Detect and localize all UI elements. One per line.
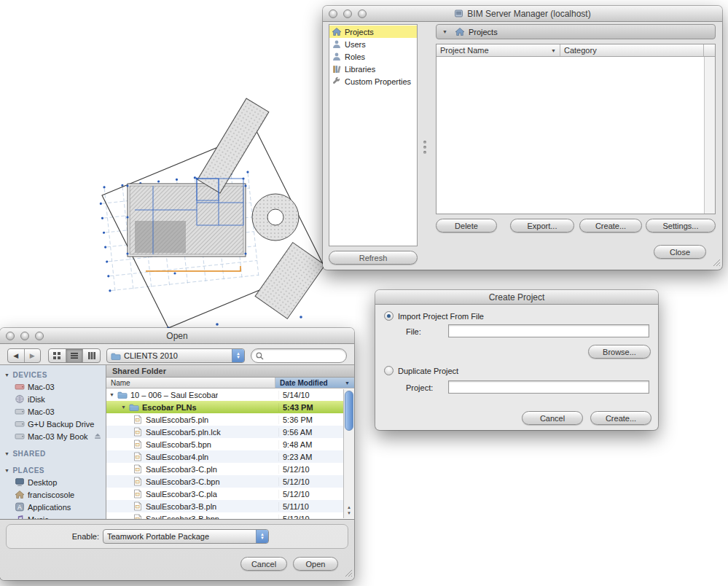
bim-sidebar-item-libraries[interactable]: Libraries [329,63,417,75]
back-button[interactable]: ◀ [8,349,25,362]
traffic-lights [329,9,367,18]
bim-sidebar-item-projects[interactable]: Projects [329,26,417,38]
drive-icon [15,407,25,416]
cancel-button[interactable]: Cancel [522,411,583,425]
export-button[interactable]: Export... [510,219,574,233]
bim-sidebar-item-roles[interactable]: Roles [329,50,417,63]
browse-button[interactable]: Browse... [588,345,651,359]
doc-icon [133,464,143,474]
create-project-titlebar[interactable]: Create Project [375,290,658,305]
sidebar-item-desktop[interactable]: Desktop [0,476,106,488]
file-row-saulescobar3-c-pla[interactable]: SaulEscobar3-C.pla5/12/10 [106,488,354,500]
delete-button[interactable]: Delete [436,219,497,233]
doc-icon [133,477,143,486]
file-row-saulescobar3-b-pln[interactable]: SaulEscobar3-B.pln5/11/10 [106,500,354,512]
project-input[interactable] [448,380,649,394]
disclosure-triangle[interactable]: ▼ [121,405,129,410]
sidebar-item-music[interactable]: Music [0,513,106,519]
forward-button[interactable]: ▶ [25,349,41,362]
bim-app-icon [454,9,463,18]
breadcrumb-bar[interactable]: ▼ Projects [436,24,716,39]
duplicate-project-radio[interactable] [384,366,394,375]
eject-icon [94,431,101,441]
open-button[interactable]: Open [293,557,338,571]
disclosure-triangle[interactable]: ▼ [4,468,9,473]
import-project-label: Import Project From File [398,312,484,321]
sort-menu-icon[interactable]: ▼ [551,48,556,53]
drive-icon [15,419,25,429]
sidebar-item-g-u-backup-drive[interactable]: G+U Backup Drive [0,418,106,430]
globe-icon [15,394,25,404]
column-header-project-name[interactable]: Project Name ▼ [437,44,560,56]
bim-titlebar[interactable]: BIM Server Manager (localhost) [323,6,722,22]
close-window-button[interactable]: Close [654,245,706,259]
minimize-button[interactable] [20,332,29,340]
enable-label: Enable: [51,532,99,541]
create-confirm-button[interactable]: Create... [590,411,651,425]
search-input[interactable] [267,351,342,361]
view-segmented-control [48,348,101,363]
splitter-handle[interactable] [422,135,428,160]
column-header-category[interactable]: Category [560,44,704,56]
sidebar-section-devices[interactable]: ▼DEVICES [0,370,106,380]
folder-icon [129,402,139,412]
sidebar-section-shared[interactable]: ▼SHARED [0,448,106,459]
sidebar-item-mac-03[interactable]: Mac-03 [0,380,106,393]
user-icon [332,39,342,49]
file-row-folder-10-006-saul-escobar[interactable]: ▼10 – 006 – Saul Escobar5/14/10 [106,388,354,401]
disclosure-triangle[interactable]: ▼ [442,29,447,34]
file-row-saulescobar5-bpn[interactable]: SaulEscobar5.bpn9:48 AM [106,438,354,450]
disclosure-triangle[interactable]: ▼ [109,392,117,397]
dialog-title: Create Project [489,292,545,302]
file-row-saulescobar4-pln[interactable]: SaulEscobar4.pln9:23 AM [106,450,354,463]
bim-sidebar: ProjectsUsersRolesLibrariesCustom Proper… [329,24,418,246]
sidebar-item-idisk[interactable]: iDisk [0,393,106,405]
file-input[interactable] [448,324,649,337]
disclosure-triangle[interactable]: ▼ [4,372,9,378]
folder-icon [117,390,128,399]
icon-view-button[interactable] [49,349,66,362]
sidebar-item-applications[interactable]: AApplications [0,501,106,513]
settings-button[interactable]: Settings... [646,219,716,233]
minimize-button[interactable] [343,9,352,18]
music-icon [15,515,25,519]
scrollbar-thumb[interactable] [345,391,353,431]
file-row-folder-escobar-plns[interactable]: ▼Escobar PLNs5:43 PM [106,401,354,413]
cancel-button[interactable]: Cancel [240,557,287,571]
close-button[interactable] [329,9,337,18]
file-row-saulescobar5-pln-lck[interactable]: SaulEscobar5.pln.lck9:56 AM [106,426,354,438]
resize-grip-icon[interactable] [712,258,721,268]
file-row-saulescobar5-pln[interactable]: SaulEscobar5.pln5:36 PM [106,413,354,426]
file-row-saulescobar3-c-pln[interactable]: SaulEscobar3-C.pln5/12/10 [106,463,354,475]
sidebar-item-franciscosole[interactable]: franciscosole [0,488,106,501]
column-header-name[interactable]: Name [106,378,275,388]
column-header-date-modified[interactable]: Date Modified ▼ [275,378,354,388]
column-view-button[interactable] [83,349,100,362]
create-button[interactable]: Create... [579,219,642,233]
resize-grip-icon[interactable] [344,569,353,579]
open-titlebar[interactable]: Open [0,328,354,344]
file-row-saulescobar3-b-bpn[interactable]: SaulEscobar3-B.bpn5/12/10 [106,512,354,519]
enable-popup[interactable]: Teamwork Portable Package ▲▼ [103,529,269,544]
file-row-saulescobar3-c-bpn[interactable]: SaulEscobar3-C.bpn5/12/10 [106,475,354,488]
projects-table-body[interactable] [437,57,704,214]
projects-table: Project Name ▼ Category [436,44,716,214]
sidebar-item-mac-03[interactable]: Mac-03 [0,405,106,418]
sidebar-item-mac-03-my-book[interactable]: Mac-03 My Book [0,430,106,442]
location-popup[interactable]: CLIENTS 2010 ▲▼ [106,348,245,363]
import-project-radio[interactable] [384,311,394,321]
list-scrollbar[interactable]: ▲▼ [343,389,354,518]
list-view-button[interactable] [66,349,84,362]
nav-segmented-control: ◀ ▶ [7,348,41,363]
project-label: Project: [406,383,433,392]
close-button[interactable] [6,332,15,340]
zoom-button[interactable] [35,332,44,340]
disclosure-triangle[interactable]: ▼ [4,451,9,456]
table-scrollbar[interactable] [704,57,715,214]
scrollbar-arrows[interactable]: ▲▼ [344,502,354,518]
sidebar-section-places[interactable]: ▼PLACES [0,465,106,476]
bim-sidebar-item-custom-properties[interactable]: Custom Properties [329,75,417,87]
bim-sidebar-item-users[interactable]: Users [329,38,417,50]
zoom-button[interactable] [358,9,367,18]
refresh-button[interactable]: Refresh [329,251,418,265]
